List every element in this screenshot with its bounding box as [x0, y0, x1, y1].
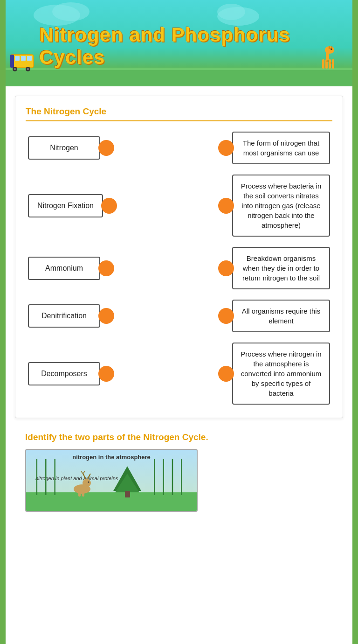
orange-dot-5a [98, 366, 114, 382]
def-box-5: Process where nitrogen in the atmosphere… [232, 343, 330, 405]
orange-dot-2a [101, 198, 117, 214]
orange-dot-3a [98, 260, 114, 276]
svg-rect-2 [15, 56, 20, 61]
table-row: Decomposers Process where nitrogen in th… [28, 343, 330, 405]
deer-icon [68, 471, 96, 497]
svg-rect-19 [331, 46, 332, 49]
svg-line-33 [88, 474, 90, 479]
orange-dot-1a [98, 140, 114, 156]
svg-point-16 [330, 62, 332, 64]
def-box-2: Process where bacteria in the soil conve… [232, 175, 330, 237]
orange-dot-4a [98, 308, 114, 324]
svg-rect-28 [78, 491, 81, 497]
table-row: Nitrogen The form of nitrogen that most … [28, 132, 330, 164]
svg-line-34 [81, 471, 83, 474]
diagram-arrows [26, 450, 197, 511]
svg-rect-18 [329, 46, 330, 49]
term-box-denitrification: Denitrification [28, 304, 100, 328]
term-box-decomposers: Decomposers [28, 362, 100, 385]
orange-dot-2b [218, 198, 234, 214]
def-box-3: Breakdown organisms when they die in ord… [232, 247, 330, 289]
svg-point-6 [14, 68, 16, 70]
orange-dot-1b [218, 140, 234, 156]
page-title: Nitrogen and Phosphorus Cycles [39, 24, 324, 69]
term-box-nitrogen-fixation: Nitrogen Fixation [28, 194, 103, 217]
svg-rect-31 [85, 484, 87, 491]
svg-rect-39 [125, 491, 130, 497]
bus-icon [9, 52, 37, 73]
term-box-nitrogen: Nitrogen [28, 136, 100, 160]
svg-point-8 [27, 68, 29, 70]
orange-dot-5b [218, 366, 234, 382]
svg-point-15 [326, 60, 329, 62]
section2-title: Identify the two parts of the Nitrogen C… [25, 432, 333, 442]
svg-rect-4 [27, 56, 32, 61]
nitrogen-diagram-container: nitrogen in the atmosphere nitrogen in p… [25, 449, 198, 512]
svg-rect-3 [21, 56, 26, 61]
svg-rect-29 [82, 491, 84, 497]
svg-point-36 [88, 482, 90, 483]
tree-icon [112, 465, 143, 498]
header: Nitrogen and Phosphorus Cycles [6, 0, 352, 86]
matching-container: Nitrogen The form of nitrogen that most … [26, 132, 332, 405]
section1-title: The Nitrogen Cycle [26, 106, 332, 117]
def-box-1: The form of nitrogen that most organisms… [232, 132, 330, 164]
orange-dot-4b [218, 308, 234, 324]
table-row: Ammonium Breakdown organisms when they d… [28, 247, 330, 289]
term-box-ammonium: Ammonium [28, 257, 100, 280]
table-row: Denitrification All organisms require th… [28, 300, 330, 332]
svg-rect-1 [10, 55, 14, 68]
svg-line-32 [83, 474, 86, 479]
svg-line-35 [83, 471, 85, 474]
svg-rect-13 [329, 59, 331, 69]
def-box-4: All organisms require this element [232, 300, 330, 332]
orange-dot-3b [218, 260, 234, 276]
svg-rect-14 [332, 59, 334, 69]
table-row: Nitrogen Fixation Process where bacteria… [28, 175, 330, 237]
